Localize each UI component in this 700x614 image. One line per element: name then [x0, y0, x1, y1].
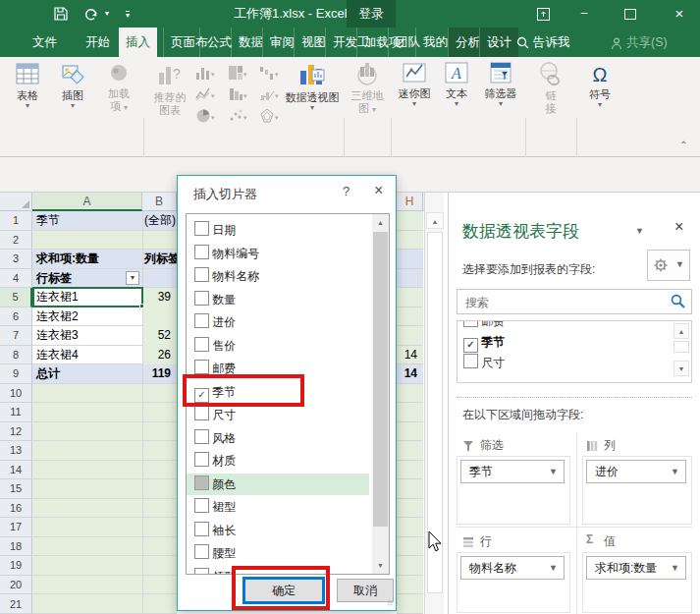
- filters-button[interactable]: 筛选器▾: [478, 61, 523, 108]
- dialog-list-scrollbar[interactable]: ▲ ▼: [372, 214, 389, 574]
- tab-pivottable-design[interactable]: 设计: [479, 28, 518, 57]
- resize-grip[interactable]: ⠿: [387, 599, 394, 608]
- link-button[interactable]: 链 接: [528, 61, 573, 115]
- grid-cell[interactable]: [397, 556, 423, 576]
- cell-h9[interactable]: 14: [397, 364, 423, 384]
- column-chart-icon[interactable]: ▾: [195, 63, 225, 84]
- row-header[interactable]: 19: [0, 556, 32, 576]
- checkbox-icon[interactable]: [194, 291, 209, 306]
- bar-chart-icon[interactable]: ▾: [228, 84, 257, 105]
- checkbox-icon[interactable]: [463, 320, 478, 327]
- cell-b1[interactable]: (全部): [144, 211, 176, 230]
- search-icon[interactable]: [671, 294, 685, 312]
- checkbox-icon[interactable]: [194, 267, 209, 282]
- row-header[interactable]: 2: [0, 231, 32, 251]
- line-chart-icon[interactable]: ▾: [195, 84, 225, 105]
- grid-cell[interactable]: [397, 441, 423, 461]
- checkbox-icon[interactable]: [194, 360, 209, 374]
- close-button[interactable]: ×: [665, 0, 694, 28]
- field-list-scroll-down-icon[interactable]: ▼: [673, 361, 689, 376]
- tell-me-label[interactable]: 告诉我: [533, 28, 570, 57]
- row-header[interactable]: 11: [0, 403, 32, 422]
- row-header[interactable]: 4: [0, 269, 32, 289]
- slicer-field-size[interactable]: 尺寸: [194, 404, 387, 425]
- row-header[interactable]: 8: [0, 346, 32, 365]
- slicer-field-item-no[interactable]: 物料编号: [194, 243, 387, 264]
- pivotchart-button[interactable]: 数据透视图▾: [283, 61, 342, 112]
- maximize-button[interactable]: [616, 0, 645, 28]
- cell-b7[interactable]: 52: [110, 326, 171, 345]
- rows-area-pill[interactable]: 物料名称▼: [460, 556, 565, 580]
- fill-handle[interactable]: [139, 304, 144, 308]
- filters-area-pill[interactable]: 季节▼: [460, 460, 565, 483]
- grid-cell[interactable]: [397, 250, 423, 269]
- hierarchy-chart-icon[interactable]: ▾: [228, 63, 257, 84]
- sign-in-button[interactable]: 登录: [347, 0, 396, 28]
- addins-button[interactable]: 加载 项 ▾: [97, 61, 140, 113]
- field-item-postage[interactable]: 邮费: [463, 320, 505, 331]
- checkbox-icon[interactable]: [194, 522, 209, 536]
- pane-close-icon[interactable]: ×: [674, 218, 683, 236]
- checkbox-icon[interactable]: [194, 452, 209, 467]
- slicer-field-waist-type[interactable]: 腰型: [194, 542, 387, 564]
- tab-insert[interactable]: 插入: [119, 28, 157, 57]
- row-header[interactable]: 20: [0, 576, 32, 595]
- checkbox-icon[interactable]: [194, 245, 209, 259]
- grid-cell[interactable]: [397, 326, 423, 346]
- text-button[interactable]: A 文本▾: [438, 61, 475, 108]
- row-header[interactable]: 12: [0, 422, 32, 442]
- select-all-corner[interactable]: [0, 193, 32, 211]
- column-header-h[interactable]: H: [397, 193, 423, 211]
- row-header[interactable]: 18: [0, 537, 32, 557]
- search-box[interactable]: [457, 289, 692, 314]
- field-item-size[interactable]: 尺寸: [463, 354, 505, 372]
- slicer-field-sleeve-length[interactable]: 袖长: [194, 520, 387, 541]
- checkbox-icon[interactable]: [194, 406, 209, 420]
- row-header[interactable]: 15: [0, 479, 32, 499]
- checkbox-icon[interactable]: [194, 544, 209, 559]
- row-header[interactable]: 17: [0, 518, 32, 537]
- grid-cell[interactable]: [397, 499, 423, 519]
- scatter-chart-icon[interactable]: ▾: [228, 106, 257, 127]
- grid-cell[interactable]: [397, 479, 423, 499]
- slicer-field-color[interactable]: 颜色: [187, 474, 369, 495]
- cell-a7[interactable]: 连衣裙3: [36, 326, 79, 345]
- grid-cell[interactable]: [397, 461, 423, 480]
- grid-cell[interactable]: [397, 288, 423, 307]
- dialog-help-icon[interactable]: ?: [343, 184, 350, 198]
- grid-cell[interactable]: [397, 384, 423, 404]
- grid-cell[interactable]: [397, 211, 423, 231]
- slicer-field-quantity[interactable]: 数量: [194, 289, 387, 310]
- customize-quick-access-icon[interactable]: ▾: [126, 0, 130, 28]
- list-scrollbar-thumb[interactable]: [373, 232, 388, 527]
- list-scroll-up-icon[interactable]: ▲: [372, 214, 389, 231]
- sparklines-button[interactable]: 迷你图▾: [393, 61, 436, 108]
- field-item-season[interactable]: ✓ 季节: [463, 333, 505, 352]
- ribbon-display-options-icon[interactable]: [528, 0, 558, 28]
- symbols-button[interactable]: Ω 符号▾: [579, 61, 620, 109]
- field-list-scroll-up-icon[interactable]: ▲: [673, 323, 689, 339]
- scroll-up-icon[interactable]: ▲: [426, 212, 444, 229]
- grid-cell[interactable]: [397, 537, 423, 557]
- cell-a9[interactable]: 总计: [36, 364, 60, 383]
- cell-b9[interactable]: 119: [110, 364, 171, 383]
- grid-cell[interactable]: [397, 269, 423, 289]
- map-3d-button[interactable]: 三维地 图 ▾: [346, 61, 389, 115]
- checkbox-icon[interactable]: [194, 568, 209, 576]
- tab-file[interactable]: 文件: [26, 28, 64, 57]
- collapse-ribbon-icon[interactable]: ⌃: [679, 140, 687, 150]
- recommended-charts-button[interactable]: ? 推荐的 图表: [146, 61, 193, 117]
- dialog-close-icon[interactable]: ×: [374, 182, 383, 199]
- grid-cell[interactable]: [397, 307, 423, 327]
- grid-cell[interactable]: [397, 231, 423, 251]
- cell-a3[interactable]: 求和项:数量: [36, 250, 99, 268]
- checkbox-icon[interactable]: [194, 498, 209, 513]
- minimize-button[interactable]: −: [569, 0, 599, 28]
- grid-cell[interactable]: [397, 576, 423, 595]
- pane-tools-button[interactable]: ▼: [647, 250, 690, 281]
- row-labels-filter-dropdown-icon[interactable]: ▾: [126, 271, 139, 285]
- row-header[interactable]: 10: [0, 384, 32, 404]
- cell-b8[interactable]: 26: [110, 346, 171, 364]
- columns-area-pill[interactable]: 进价▼: [586, 460, 686, 483]
- cell-a4[interactable]: 行标签: [36, 269, 72, 288]
